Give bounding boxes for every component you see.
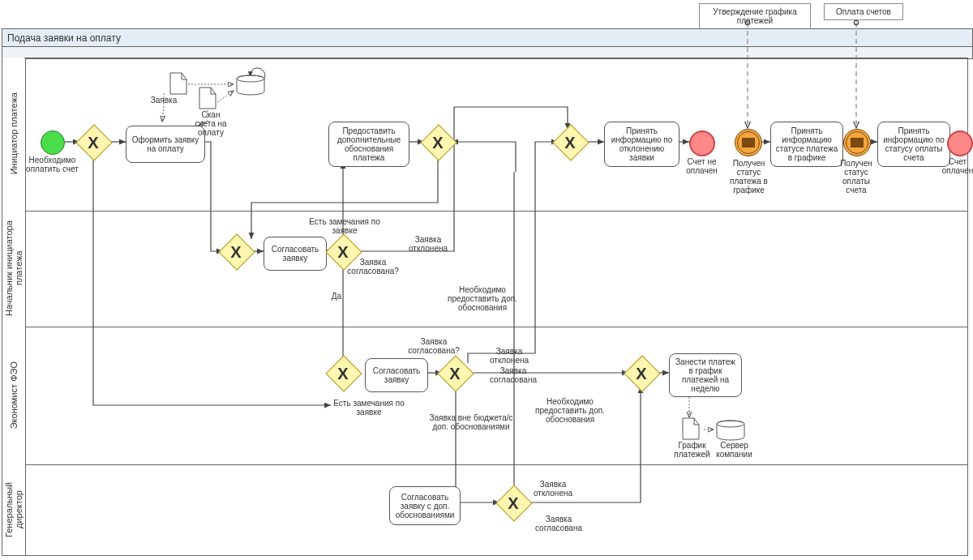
- gateway-loop-in: X: [81, 130, 105, 154]
- task-dir-approve: Согласовать заявку с доп. обоснованиями: [389, 486, 461, 525]
- document-label-request: Заявка: [148, 96, 180, 105]
- label-sup-yes: Да: [328, 292, 345, 301]
- message-event-pay-label: Получен статус оплаты счета: [834, 159, 879, 195]
- gateway-justification-merge: X: [426, 130, 450, 154]
- label-eco-out-budget: Заявка вне бюджета/с доп. обоснованиями: [426, 413, 516, 431]
- label-eco-remarks: Есть замечания по заявке: [324, 399, 414, 417]
- label-sup-approved-q: Заявка согласована?: [345, 258, 401, 276]
- document-label-schedule: График платежей: [670, 441, 714, 459]
- document-icon-request: [169, 71, 188, 96]
- document-icon-scan: [198, 86, 217, 110]
- message-event-pay: [843, 129, 871, 156]
- task-accept-rejection: Принять информацию по отклонению заявки: [604, 122, 679, 167]
- label-eco-approved-q: Заявка согласована?: [405, 337, 462, 355]
- label-eco-approved: Заявка согласована: [485, 366, 542, 384]
- task-eco-approve: Согласовать заявку: [365, 358, 428, 392]
- label-dir-approved: Заявка согласована: [530, 515, 587, 532]
- label-eco-need-just: Необходимо предоставить доп. обоснования: [525, 397, 615, 424]
- gateway-eco-out: X: [443, 361, 467, 385]
- label-sup-need-just: Необходимо предоставить доп. обоснования: [438, 285, 527, 312]
- document-icon-schedule: [681, 417, 701, 441]
- start-event-label: Необходимо оплатить счет: [26, 156, 79, 173]
- label-sup-remarks: Есть замечания по заявке: [300, 217, 389, 235]
- start-event: [41, 130, 65, 155]
- gateway-eco-merge: X: [629, 361, 654, 385]
- document-label-scan: Скан счета на оплату: [193, 110, 229, 137]
- end-event-not-paid: [689, 130, 715, 156]
- task-accept-status-schedule: Принять информацию статусе платежа в гра…: [770, 122, 843, 167]
- end-event-paid: [947, 130, 973, 156]
- label-dir-rejected: Заявка отклонена: [529, 480, 577, 498]
- task-provide-justification: Предоставить дополнительные обоснования …: [328, 122, 409, 167]
- gateway-dir-out: X: [501, 490, 525, 515]
- gateway-rejection-merge: X: [558, 130, 582, 154]
- flow-connectors: [0, 0, 973, 560]
- label-eco-rejected: Заявка отклонена: [485, 347, 534, 365]
- datastore-icon-server: [715, 420, 746, 441]
- end-event-not-paid-label: Счет не оплачен: [679, 157, 724, 175]
- task-sup-approve: Согласовать заявку: [264, 237, 327, 271]
- datastore-label-server: Сервер компании: [712, 441, 757, 459]
- label-sup-rejected: Заявка отклонена: [404, 235, 452, 253]
- gateway-sup-in: X: [224, 239, 248, 263]
- gateway-eco-in: X: [331, 361, 355, 385]
- datastore-icon: [235, 75, 266, 96]
- message-event-schedule-label: Получен статус платежа в графике: [727, 159, 771, 195]
- message-event-schedule: [735, 129, 762, 156]
- end-event-paid-label: Счет оплачен: [937, 157, 973, 175]
- task-eco-enter-schedule: Занести платеж в график платежей на неде…: [669, 353, 742, 397]
